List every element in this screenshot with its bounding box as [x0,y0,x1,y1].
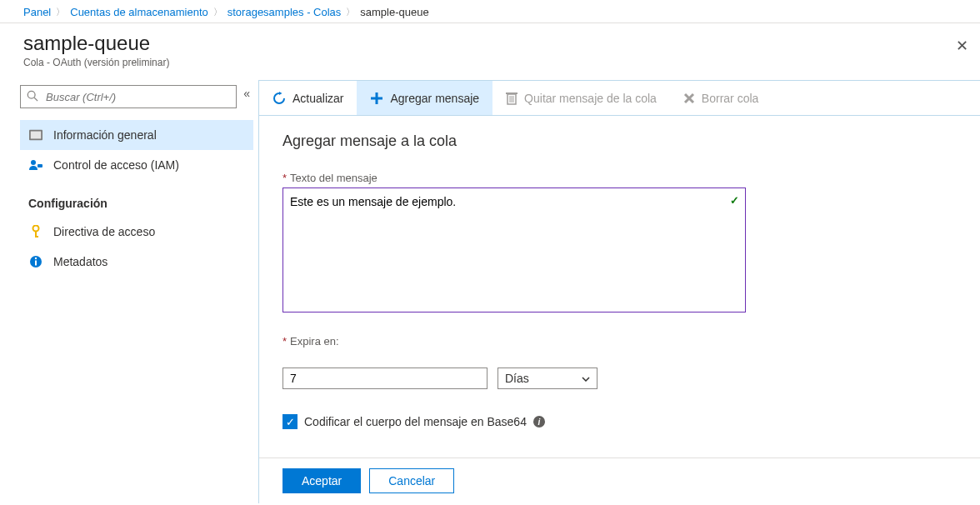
encode-checkbox[interactable]: ✓ [282,414,298,429]
svg-point-11 [35,258,37,259]
toolbar: Actualizar Agregar mensaje Quitar mensaj… [259,81,980,116]
search-input[interactable] [20,85,237,108]
svg-point-4 [31,160,36,165]
sidebar-item-label: Directiva de acceso [53,225,155,238]
expires-label: *Expira en: [282,335,957,348]
encode-label: Codificar el cuerpo del mensaje en Base6… [304,415,527,428]
svg-point-0 [28,91,35,98]
sidebar-item-label: Información general [53,128,157,142]
chevron-down-icon [582,374,590,383]
sidebar: « Información general Control de acceso … [0,80,258,503]
breadcrumb-accounts[interactable]: Cuentas de almacenamiento [70,6,208,18]
svg-rect-5 [38,164,42,168]
svg-rect-13 [371,97,382,99]
message-label: *Texto del mensaje [282,172,957,184]
breadcrumb: Panel 〉 Cuentas de almacenamiento 〉 stor… [0,0,980,23]
dequeue-label: Quitar mensaje de la cola [524,92,657,105]
page-header: sample-queue Cola - OAuth (versión preli… [0,23,980,80]
sidebar-item-access-policy[interactable]: Directiva de acceso [20,217,253,247]
page-title: sample-queue [23,32,957,55]
form-footer: Aceptar Cancelar [259,458,980,503]
chevron-right-icon: 〉 [56,6,65,18]
sidebar-item-iam[interactable]: Control de acceso (IAM) [20,150,253,180]
expires-unit-label: Días [505,372,529,385]
breadcrumb-storage-queues[interactable]: storagesamples - Colas [228,6,342,18]
chevron-right-icon: 〉 [346,6,355,18]
svg-rect-3 [31,132,41,139]
dequeue-button: Quitar mensaje de la cola [492,81,670,115]
expires-input[interactable] [282,368,488,389]
info-icon[interactable]: i [533,416,545,428]
sidebar-item-metadata[interactable]: Metadatos [20,247,253,277]
svg-rect-10 [35,261,37,266]
iam-icon [28,158,43,172]
refresh-label: Actualizar [292,92,343,105]
breadcrumb-current: sample-queue [360,6,428,18]
required-star: * [282,172,287,184]
sidebar-item-label: Control de acceso (IAM) [53,158,179,172]
cancel-button[interactable]: Cancelar [369,468,454,493]
encode-checkbox-row[interactable]: ✓ Codificar el cuerpo del mensaje en Bas… [282,414,957,429]
key-icon [28,224,43,239]
refresh-icon [272,92,286,105]
info-icon [28,254,43,269]
clear-queue-label: Borrar cola [702,92,758,105]
form-title: Agregar mensaje a la cola [282,132,957,150]
close-icon[interactable]: ✕ [956,37,968,55]
chevron-right-icon: 〉 [213,6,222,18]
main-panel: Actualizar Agregar mensaje Quitar mensaj… [258,80,980,503]
trash-icon [506,92,518,105]
svg-point-6 [33,226,39,232]
overview-icon [28,128,43,142]
message-textarea[interactable] [282,188,746,312]
page-subtitle: Cola - OAuth (versión preliminar) [23,57,957,68]
sidebar-section-settings: Configuración [28,197,253,210]
sidebar-item-overview[interactable]: Información general [20,120,253,150]
add-message-button[interactable]: Agregar mensaje [357,81,492,115]
expires-unit-select[interactable]: Días [498,368,598,389]
collapse-sidebar-icon[interactable]: « [243,87,250,100]
form-content: Agregar mensaje a la cola *Texto del men… [259,116,980,458]
required-star: * [282,335,287,348]
svg-rect-8 [35,236,38,238]
sidebar-item-label: Metadatos [53,255,108,268]
refresh-button[interactable]: Actualizar [259,81,357,115]
breadcrumb-panel[interactable]: Panel [23,6,51,18]
ok-button[interactable]: Aceptar [282,468,361,493]
svg-rect-15 [506,92,518,94]
clear-queue-button: Borrar cola [670,81,772,115]
valid-check-icon: ✓ [730,194,739,207]
clear-icon [683,92,695,104]
add-message-label: Agregar mensaje [390,92,479,105]
svg-line-1 [34,98,38,101]
search-icon [27,90,38,104]
plus-icon [370,92,383,105]
